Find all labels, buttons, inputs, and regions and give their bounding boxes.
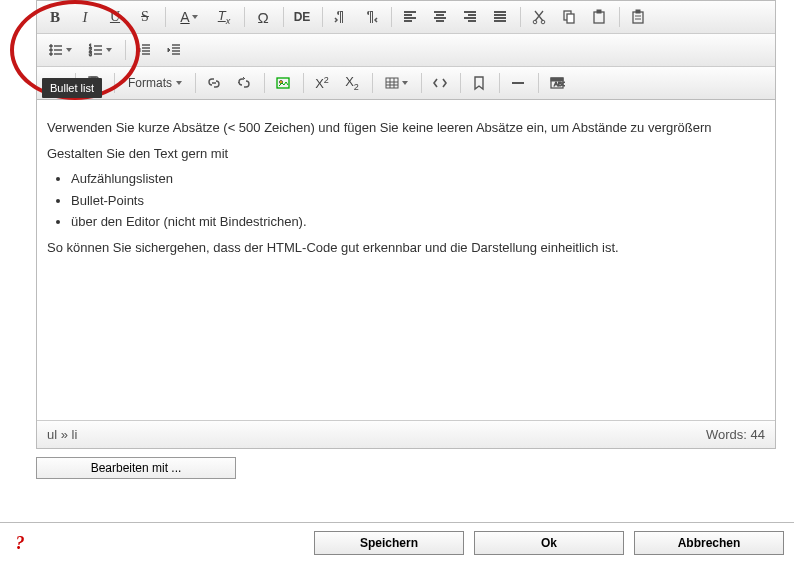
ltr-button[interactable] bbox=[327, 4, 355, 30]
ok-button[interactable]: Ok bbox=[474, 531, 624, 555]
formats-dropdown[interactable]: Formats bbox=[119, 70, 191, 96]
italic-button[interactable]: I bbox=[71, 4, 99, 30]
status-bar: ul » li Words: 44 bbox=[37, 420, 775, 448]
hr-button[interactable] bbox=[504, 70, 532, 96]
specialchar-button[interactable]: Ω bbox=[249, 4, 277, 30]
speichern-button[interactable]: Speichern bbox=[314, 531, 464, 555]
pastetext-button[interactable] bbox=[624, 4, 652, 30]
numbered-list-button[interactable]: 123 bbox=[81, 37, 119, 63]
paragraph: So können Sie sichergehen, dass der HTML… bbox=[47, 238, 765, 258]
tooltip: Bullet list bbox=[42, 78, 102, 98]
toolbar-row-1: B I U S A Tx Ω DE bbox=[37, 1, 775, 34]
svg-rect-3 bbox=[567, 14, 574, 23]
svg-rect-6 bbox=[633, 12, 643, 23]
alignleft-button[interactable] bbox=[396, 4, 424, 30]
unlink-button[interactable] bbox=[230, 70, 258, 96]
alignjustify-button[interactable] bbox=[486, 4, 514, 30]
dialog-buttons: ? Speichern Ok Abbrechen bbox=[0, 522, 794, 561]
paste-button[interactable] bbox=[585, 4, 613, 30]
paragraph: Gestalten Sie den Text gern mit bbox=[47, 144, 765, 164]
table-button[interactable] bbox=[377, 70, 415, 96]
copy-button[interactable] bbox=[555, 4, 583, 30]
svg-point-8 bbox=[50, 45, 53, 48]
image-button[interactable] bbox=[269, 70, 297, 96]
alignright-button[interactable] bbox=[456, 4, 484, 30]
outdent-button[interactable] bbox=[130, 37, 158, 63]
svg-rect-7 bbox=[636, 10, 640, 13]
bookmark-button[interactable] bbox=[465, 70, 493, 96]
underline-button[interactable]: U bbox=[101, 4, 129, 30]
superscript-button[interactable]: X2 bbox=[308, 70, 336, 96]
editor-content[interactable]: Verwenden Sie kurze Absätze (< 500 Zeich… bbox=[37, 100, 775, 420]
bullet-list-button[interactable] bbox=[41, 37, 79, 63]
editor-container: B I U S A Tx Ω DE 123 bbox=[36, 0, 776, 449]
element-path[interactable]: ul » li bbox=[47, 427, 77, 442]
strike-button[interactable]: S bbox=[131, 4, 159, 30]
language-button[interactable]: DE bbox=[288, 4, 316, 30]
svg-rect-5 bbox=[597, 10, 601, 13]
help-icon[interactable]: ? bbox=[10, 533, 30, 554]
code-button[interactable] bbox=[426, 70, 454, 96]
svg-point-9 bbox=[50, 49, 53, 52]
removeformat-button[interactable]: Tx bbox=[210, 4, 238, 30]
indent-button[interactable] bbox=[160, 37, 188, 63]
svg-text:ABC: ABC bbox=[554, 81, 565, 87]
svg-rect-4 bbox=[594, 12, 604, 23]
toolbar-row-2: 123 bbox=[37, 34, 775, 67]
list-item: über den Editor (nicht mit Bindestrichen… bbox=[71, 212, 765, 232]
word-count: Words: 44 bbox=[706, 427, 765, 442]
forecolor-button[interactable]: A bbox=[170, 4, 208, 30]
cut-button[interactable] bbox=[525, 4, 553, 30]
svg-text:3: 3 bbox=[89, 51, 92, 57]
paragraph: Verwenden Sie kurze Absätze (< 500 Zeich… bbox=[47, 118, 765, 138]
bullet-list: Aufzählungslisten Bullet-Points über den… bbox=[71, 169, 765, 232]
bold-button[interactable]: B bbox=[41, 4, 69, 30]
fullscreen-button[interactable]: ABC bbox=[543, 70, 571, 96]
toolbar-row-3: Formats X2 X2 ABC bbox=[37, 67, 775, 100]
aligncenter-button[interactable] bbox=[426, 4, 454, 30]
svg-point-10 bbox=[50, 53, 53, 56]
svg-rect-18 bbox=[386, 78, 398, 88]
abbrechen-button[interactable]: Abbrechen bbox=[634, 531, 784, 555]
list-item: Bullet-Points bbox=[71, 191, 765, 211]
list-item: Aufzählungslisten bbox=[71, 169, 765, 189]
link-button[interactable] bbox=[200, 70, 228, 96]
bearbeiten-button[interactable]: Bearbeiten mit ... bbox=[36, 457, 236, 479]
subscript-button[interactable]: X2 bbox=[338, 70, 366, 96]
rtl-button[interactable] bbox=[357, 4, 385, 30]
